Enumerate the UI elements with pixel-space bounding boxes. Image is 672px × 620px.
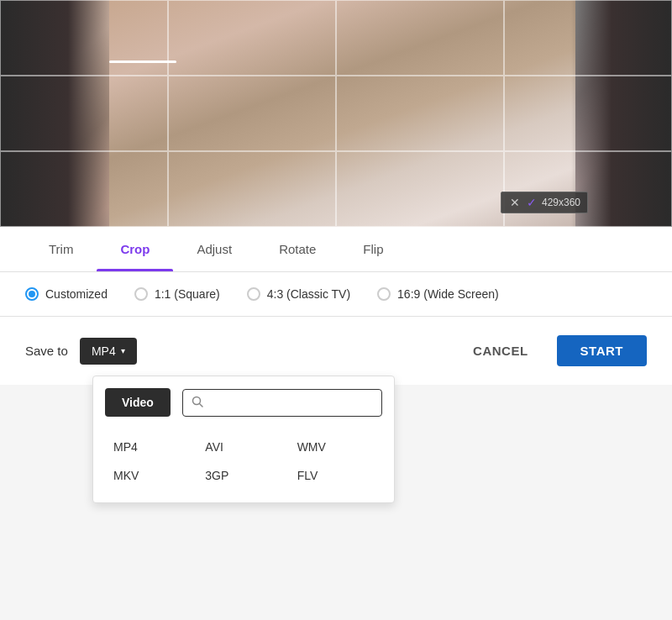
svg-line-1 <box>199 403 202 407</box>
crop-dimensions: 429x360 <box>542 197 580 208</box>
video-tab-button[interactable]: Video <box>105 388 171 417</box>
format-dropdown-panel: Video MP4 AVI WMV MKV 3GP FLV <box>92 376 395 503</box>
save-to-label: Save to <box>25 344 68 358</box>
format-search-input[interactable] <box>208 396 373 409</box>
aspect-widescreen-label: 16:9 (Wide Screen) <box>397 287 499 301</box>
save-area: Save to MP4 ▾ CANCEL START Video MP4 AVI… <box>0 317 672 385</box>
aspect-widescreen[interactable]: 16:9 (Wide Screen) <box>377 287 499 301</box>
tab-rotate[interactable]: Rotate <box>255 227 339 271</box>
aspect-customized-label: Customized <box>45 287 108 301</box>
aspect-ratio-row: Customized 1:1 (Square) 4:3 (Classic TV)… <box>0 272 672 317</box>
format-avi[interactable]: AVI <box>200 437 286 457</box>
format-mkv[interactable]: MKV <box>108 465 195 486</box>
format-wmv[interactable]: WMV <box>292 437 379 457</box>
aspect-square-label: 1:1 (Square) <box>155 287 220 301</box>
start-button[interactable]: START <box>557 335 647 366</box>
crop-confirm-icon[interactable]: ✓ <box>525 196 538 209</box>
format-value: MP4 <box>92 344 116 358</box>
format-mp4[interactable]: MP4 <box>108 437 195 457</box>
crop-handle-box: ✕ ✓ 429x360 <box>501 192 588 213</box>
radio-customized-circle <box>25 287 39 301</box>
tab-crop[interactable]: Crop <box>97 227 173 271</box>
format-dropdown-button[interactable]: MP4 ▾ <box>80 338 137 365</box>
radio-square-circle <box>134 287 148 301</box>
tab-flip[interactable]: Flip <box>339 227 407 271</box>
dropdown-arrow-icon: ▾ <box>121 346 125 355</box>
aspect-classic-label: 4:3 (Classic TV) <box>267 287 350 301</box>
format-3gp[interactable]: 3GP <box>200 465 286 486</box>
aspect-classic[interactable]: 4:3 (Classic TV) <box>247 287 350 301</box>
tab-adjust[interactable]: Adjust <box>173 227 255 271</box>
radio-classic-circle <box>247 287 260 301</box>
aspect-customized[interactable]: Customized <box>25 287 108 301</box>
radio-widescreen-circle <box>377 287 391 301</box>
aspect-square[interactable]: 1:1 (Square) <box>134 287 220 301</box>
crop-cancel-icon[interactable]: ✕ <box>508 196 522 209</box>
format-grid: MP4 AVI WMV MKV 3GP FLV <box>105 432 382 491</box>
dropdown-header: Video <box>105 388 382 417</box>
format-search-wrapper[interactable] <box>182 389 382 417</box>
cancel-button[interactable]: CANCEL <box>456 335 545 366</box>
video-preview: ✕ ✓ 429x360 <box>0 0 672 227</box>
tab-trim[interactable]: Trim <box>25 227 97 271</box>
format-flv[interactable]: FLV <box>292 465 379 486</box>
tab-bar: Trim Crop Adjust Rotate Flip <box>0 227 672 272</box>
search-icon <box>192 396 203 410</box>
